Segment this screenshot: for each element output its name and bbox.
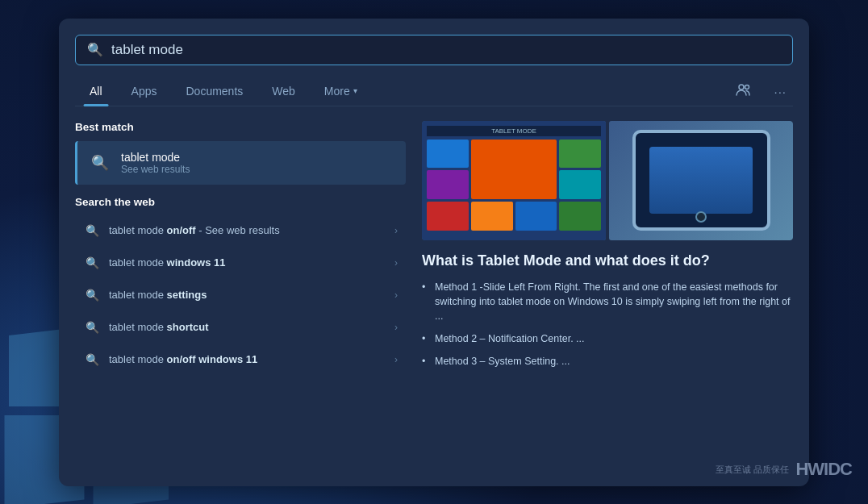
best-match-title: Best match: [75, 121, 406, 133]
preview-bullet-2: Method 2 – Notification Center. ...: [422, 331, 793, 346]
preview-bullet-1: Method 1 -Slide Left From Right. The fir…: [422, 280, 793, 323]
chevron-right-icon: ›: [394, 289, 398, 301]
preview-bullets: Method 1 -Slide Left From Right. The fir…: [422, 280, 793, 369]
list-item[interactable]: 🔍 tablet mode windows 11 ›: [75, 247, 406, 279]
result-text-before: tablet mode: [109, 289, 167, 301]
tab-more[interactable]: More ▾: [310, 78, 372, 106]
tab-all[interactable]: All: [75, 78, 117, 106]
watermark-logo: HWIDC: [795, 459, 852, 480]
result-text-bold: shortcut: [167, 321, 209, 333]
search-icon: 🔍: [83, 254, 101, 272]
best-match-item[interactable]: 🔍 tablet mode See web results: [75, 141, 406, 185]
preview-title: What is Tablet Mode and what does it do?: [422, 252, 793, 270]
watermark: 至真至诚 品质保任 HWIDC: [716, 459, 852, 480]
svg-point-0: [739, 85, 744, 90]
result-text-bold: on/off: [167, 224, 196, 236]
result-text-before: tablet mode: [109, 224, 167, 236]
search-icon: 🔍: [87, 42, 103, 57]
tab-documents[interactable]: Documents: [171, 78, 257, 106]
search-panel: 🔍 All Apps Documents Web More ▾ ···: [59, 19, 809, 486]
chevron-down-icon: ▾: [353, 86, 357, 95]
people-icon[interactable]: [728, 78, 757, 105]
search-bar[interactable]: 🔍: [75, 35, 793, 65]
svg-point-1: [745, 85, 749, 90]
search-input[interactable]: [111, 42, 781, 58]
left-panel: Best match 🔍 tablet mode See web results…: [75, 121, 414, 377]
result-text-after: - See web results: [196, 224, 280, 236]
content-area: Best match 🔍 tablet mode See web results…: [75, 106, 793, 377]
more-options-icon[interactable]: ···: [767, 81, 793, 102]
search-icon: 🔍: [83, 319, 101, 336]
chevron-right-icon: ›: [394, 225, 398, 236]
right-panel: TABLET MODE: [422, 121, 793, 377]
tab-web[interactable]: Web: [257, 78, 310, 106]
tabs-bar: All Apps Documents Web More ▾ ···: [75, 78, 793, 106]
chevron-right-icon: ›: [394, 354, 398, 365]
result-text-bold: settings: [167, 289, 207, 301]
preview-image-tiles: TABLET MODE: [422, 121, 606, 240]
chevron-right-icon: ›: [394, 322, 398, 333]
tab-apps[interactable]: Apps: [117, 78, 172, 106]
search-icon: 🔍: [89, 152, 111, 174]
list-item[interactable]: 🔍 tablet mode on/off windows 11 ›: [75, 344, 406, 376]
best-match-item-title: tablet mode: [121, 151, 190, 164]
watermark-tagline: 至真至诚 品质保任: [716, 464, 789, 476]
result-text-before: tablet mode: [109, 321, 167, 333]
chevron-right-icon: ›: [394, 257, 398, 269]
result-text-bold: on/off windows 11: [167, 353, 258, 365]
best-match-item-subtitle: See web results: [121, 164, 190, 175]
result-text-before: tablet mode: [109, 353, 167, 365]
preview-images: TABLET MODE: [422, 121, 793, 240]
list-item[interactable]: 🔍 tablet mode settings ›: [75, 279, 406, 311]
tab-icons: ···: [728, 78, 793, 105]
search-icon: 🔍: [83, 286, 101, 304]
list-item[interactable]: 🔍 tablet mode on/off - See web results ›: [75, 215, 406, 247]
search-icon: 🔍: [83, 351, 101, 369]
preview-image-tablet: [609, 121, 793, 240]
preview-bullet-3: Method 3 – System Setting. ...: [422, 354, 793, 369]
search-icon: 🔍: [83, 222, 101, 240]
result-text-bold: windows 11: [167, 256, 226, 269]
result-text-before: tablet mode: [109, 256, 167, 269]
search-web-title: Search the web: [75, 196, 406, 208]
list-item[interactable]: 🔍 tablet mode shortcut ›: [75, 311, 406, 344]
